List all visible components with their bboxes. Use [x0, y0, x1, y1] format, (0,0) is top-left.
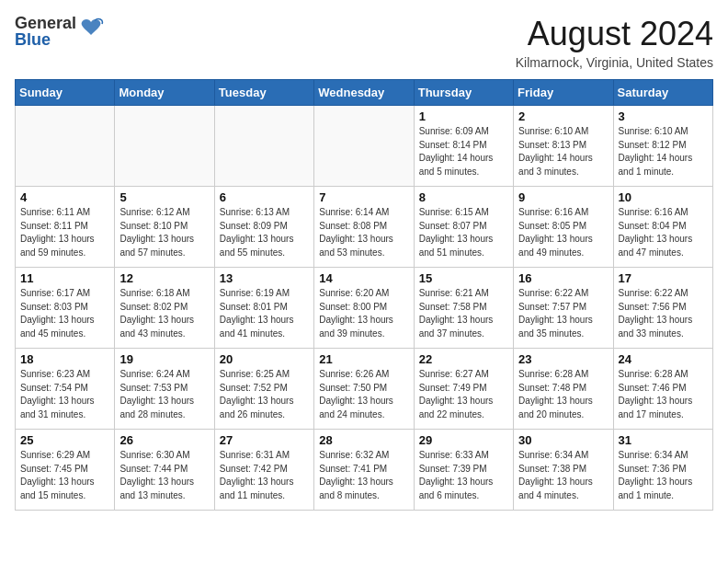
calendar-cell: 17Sunrise: 6:22 AM Sunset: 7:56 PM Dayli…: [613, 268, 712, 349]
page-header: General Blue August 2024 Kilmarnock, Vir…: [15, 15, 713, 70]
day-info: Sunrise: 6:32 AM Sunset: 7:41 PM Dayligh…: [319, 449, 408, 502]
calendar-cell: 1Sunrise: 6:09 AM Sunset: 8:14 PM Daylig…: [414, 106, 513, 187]
day-info: Sunrise: 6:17 AM Sunset: 8:03 PM Dayligh…: [20, 287, 109, 340]
day-number: 12: [119, 271, 209, 285]
day-info: Sunrise: 6:14 AM Sunset: 8:08 PM Dayligh…: [319, 206, 408, 259]
day-number: 13: [220, 271, 309, 285]
day-info: Sunrise: 6:23 AM Sunset: 7:54 PM Dayligh…: [20, 368, 109, 421]
calendar-cell: 7Sunrise: 6:14 AM Sunset: 8:08 PM Daylig…: [314, 187, 414, 268]
day-number: 31: [619, 433, 708, 447]
calendar-cell: 28Sunrise: 6:32 AM Sunset: 7:41 PM Dayli…: [314, 430, 414, 511]
calendar-cell: 12Sunrise: 6:18 AM Sunset: 8:02 PM Dayli…: [115, 268, 214, 349]
day-number: 3: [619, 109, 708, 123]
calendar-cell: [314, 106, 414, 187]
col-header-wednesday: Wednesday: [314, 80, 414, 106]
day-info: Sunrise: 6:18 AM Sunset: 8:02 PM Dayligh…: [119, 287, 209, 340]
day-info: Sunrise: 6:25 AM Sunset: 7:52 PM Dayligh…: [220, 368, 309, 421]
calendar-cell: 23Sunrise: 6:28 AM Sunset: 7:48 PM Dayli…: [514, 349, 613, 430]
day-number: 18: [20, 352, 109, 366]
calendar-cell: [214, 106, 313, 187]
day-info: Sunrise: 6:16 AM Sunset: 8:04 PM Dayligh…: [619, 206, 708, 259]
calendar-cell: 5Sunrise: 6:12 AM Sunset: 8:10 PM Daylig…: [115, 187, 214, 268]
day-info: Sunrise: 6:16 AM Sunset: 8:05 PM Dayligh…: [518, 206, 608, 259]
day-number: 20: [220, 352, 309, 366]
calendar-cell: 18Sunrise: 6:23 AM Sunset: 7:54 PM Dayli…: [16, 349, 115, 430]
calendar-cell: 26Sunrise: 6:30 AM Sunset: 7:44 PM Dayli…: [115, 430, 214, 511]
calendar-cell: [115, 106, 214, 187]
calendar-cell: 8Sunrise: 6:15 AM Sunset: 8:07 PM Daylig…: [414, 187, 513, 268]
title-area: August 2024 Kilmarnock, Virginia, United…: [516, 15, 713, 70]
calendar-week-row: 4Sunrise: 6:11 AM Sunset: 8:11 PM Daylig…: [16, 187, 713, 268]
calendar-cell: 22Sunrise: 6:27 AM Sunset: 7:49 PM Dayli…: [414, 349, 513, 430]
calendar-cell: 3Sunrise: 6:10 AM Sunset: 8:12 PM Daylig…: [613, 106, 712, 187]
day-info: Sunrise: 6:26 AM Sunset: 7:50 PM Dayligh…: [319, 368, 408, 421]
col-header-monday: Monday: [115, 80, 214, 106]
logo-bird-icon: [78, 17, 104, 42]
calendar-week-row: 18Sunrise: 6:23 AM Sunset: 7:54 PM Dayli…: [16, 349, 713, 430]
day-number: 24: [619, 352, 708, 366]
calendar-cell: [16, 106, 115, 187]
calendar-cell: 19Sunrise: 6:24 AM Sunset: 7:53 PM Dayli…: [115, 349, 214, 430]
calendar-header-row: SundayMondayTuesdayWednesdayThursdayFrid…: [16, 80, 713, 106]
day-number: 15: [419, 271, 508, 285]
day-info: Sunrise: 6:19 AM Sunset: 8:01 PM Dayligh…: [220, 287, 309, 340]
logo: General Blue: [15, 15, 104, 48]
day-number: 7: [319, 190, 408, 204]
month-year-title: August 2024: [516, 15, 713, 53]
day-number: 10: [619, 190, 708, 204]
day-number: 29: [419, 433, 508, 447]
calendar-cell: 10Sunrise: 6:16 AM Sunset: 8:04 PM Dayli…: [613, 187, 712, 268]
col-header-friday: Friday: [514, 80, 613, 106]
calendar-cell: 29Sunrise: 6:33 AM Sunset: 7:39 PM Dayli…: [414, 430, 513, 511]
day-number: 2: [518, 109, 608, 123]
day-number: 1: [419, 109, 508, 123]
day-number: 16: [518, 271, 608, 285]
day-info: Sunrise: 6:09 AM Sunset: 8:14 PM Dayligh…: [419, 125, 508, 178]
calendar-cell: 4Sunrise: 6:11 AM Sunset: 8:11 PM Daylig…: [16, 187, 115, 268]
day-info: Sunrise: 6:30 AM Sunset: 7:44 PM Dayligh…: [119, 449, 209, 502]
calendar-table: SundayMondayTuesdayWednesdayThursdayFrid…: [15, 79, 713, 511]
day-number: 4: [20, 190, 109, 204]
day-info: Sunrise: 6:13 AM Sunset: 8:09 PM Dayligh…: [220, 206, 309, 259]
day-info: Sunrise: 6:33 AM Sunset: 7:39 PM Dayligh…: [419, 449, 508, 502]
day-number: 30: [518, 433, 608, 447]
location-subtitle: Kilmarnock, Virginia, United States: [516, 55, 713, 70]
day-number: 21: [319, 352, 408, 366]
calendar-cell: 20Sunrise: 6:25 AM Sunset: 7:52 PM Dayli…: [214, 349, 313, 430]
calendar-week-row: 1Sunrise: 6:09 AM Sunset: 8:14 PM Daylig…: [16, 106, 713, 187]
day-number: 17: [619, 271, 708, 285]
calendar-cell: 24Sunrise: 6:28 AM Sunset: 7:46 PM Dayli…: [613, 349, 712, 430]
day-number: 19: [119, 352, 209, 366]
calendar-week-row: 25Sunrise: 6:29 AM Sunset: 7:45 PM Dayli…: [16, 430, 713, 511]
calendar-cell: 16Sunrise: 6:22 AM Sunset: 7:57 PM Dayli…: [514, 268, 613, 349]
day-info: Sunrise: 6:34 AM Sunset: 7:38 PM Dayligh…: [518, 449, 608, 502]
day-info: Sunrise: 6:12 AM Sunset: 8:10 PM Dayligh…: [119, 206, 209, 259]
day-info: Sunrise: 6:31 AM Sunset: 7:42 PM Dayligh…: [220, 449, 309, 502]
day-info: Sunrise: 6:29 AM Sunset: 7:45 PM Dayligh…: [20, 449, 109, 502]
day-info: Sunrise: 6:21 AM Sunset: 7:58 PM Dayligh…: [419, 287, 508, 340]
day-info: Sunrise: 6:28 AM Sunset: 7:48 PM Dayligh…: [518, 368, 608, 421]
col-header-thursday: Thursday: [414, 80, 513, 106]
calendar-cell: 15Sunrise: 6:21 AM Sunset: 7:58 PM Dayli…: [414, 268, 513, 349]
logo-general-text: General: [15, 15, 76, 31]
calendar-cell: 14Sunrise: 6:20 AM Sunset: 8:00 PM Dayli…: [314, 268, 414, 349]
calendar-cell: 6Sunrise: 6:13 AM Sunset: 8:09 PM Daylig…: [214, 187, 313, 268]
col-header-tuesday: Tuesday: [214, 80, 313, 106]
calendar-cell: 11Sunrise: 6:17 AM Sunset: 8:03 PM Dayli…: [16, 268, 115, 349]
day-number: 25: [20, 433, 109, 447]
calendar-cell: 27Sunrise: 6:31 AM Sunset: 7:42 PM Dayli…: [214, 430, 313, 511]
day-info: Sunrise: 6:11 AM Sunset: 8:11 PM Dayligh…: [20, 206, 109, 259]
calendar-cell: 21Sunrise: 6:26 AM Sunset: 7:50 PM Dayli…: [314, 349, 414, 430]
day-number: 22: [419, 352, 508, 366]
logo-blue-text: Blue: [15, 31, 76, 48]
day-info: Sunrise: 6:34 AM Sunset: 7:36 PM Dayligh…: [619, 449, 708, 502]
day-info: Sunrise: 6:28 AM Sunset: 7:46 PM Dayligh…: [619, 368, 708, 421]
calendar-cell: 31Sunrise: 6:34 AM Sunset: 7:36 PM Dayli…: [613, 430, 712, 511]
day-number: 6: [220, 190, 309, 204]
day-info: Sunrise: 6:22 AM Sunset: 7:57 PM Dayligh…: [518, 287, 608, 340]
day-number: 28: [319, 433, 408, 447]
day-info: Sunrise: 6:24 AM Sunset: 7:53 PM Dayligh…: [119, 368, 209, 421]
calendar-week-row: 11Sunrise: 6:17 AM Sunset: 8:03 PM Dayli…: [16, 268, 713, 349]
calendar-cell: 13Sunrise: 6:19 AM Sunset: 8:01 PM Dayli…: [214, 268, 313, 349]
day-info: Sunrise: 6:22 AM Sunset: 7:56 PM Dayligh…: [619, 287, 708, 340]
